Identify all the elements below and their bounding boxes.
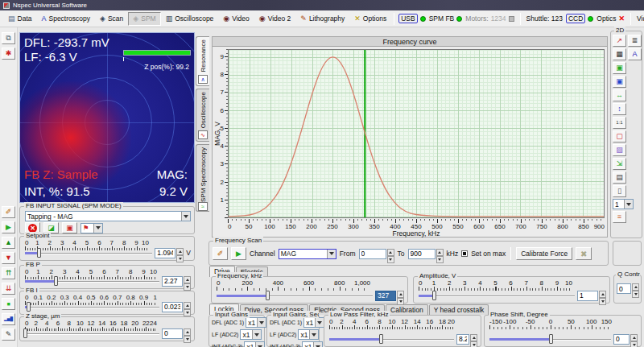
record-icon[interactable]: ■ xyxy=(2,298,15,310)
toolbar-button-spectroscopy[interactable]: ASpectroscopy xyxy=(36,12,95,26)
retract-icon[interactable]: ▼ xyxy=(2,252,15,264)
frequency-slider[interactable] xyxy=(217,291,373,300)
image-topo-icon[interactable]: ▣ xyxy=(613,62,626,74)
notes-icon[interactable]: ✎ xyxy=(2,328,15,341)
select-frame-icon[interactable]: ▢ xyxy=(613,130,626,143)
channel-dropdown[interactable]: MAG xyxy=(279,249,336,259)
fit-height-icon[interactable]: ↕ xyxy=(613,103,626,115)
setpoint-slider-thumb[interactable] xyxy=(37,248,41,258)
side-tab-resonance[interactable]: Resonance∧ xyxy=(196,36,209,86)
display-mode-dropdown[interactable]: ⚑ xyxy=(80,223,103,233)
histogram-icon[interactable]: ▂▅█ xyxy=(2,313,15,325)
phase-slider[interactable] xyxy=(489,334,611,344)
fast-approach-icon[interactable]: ⇈ xyxy=(2,267,15,279)
spin-up-icon[interactable] xyxy=(470,334,477,341)
chevron-down-icon[interactable] xyxy=(327,250,336,258)
snapshot-icon[interactable]: ▤ xyxy=(613,171,626,184)
spin-down-icon[interactable] xyxy=(184,309,191,316)
phase-slider-thumb[interactable] xyxy=(549,334,553,344)
display-icon[interactable]: ⧉ xyxy=(2,32,15,44)
amplitude-slider-thumb[interactable] xyxy=(432,291,436,300)
resonance-plot[interactable] xyxy=(228,49,605,218)
toolbar-button-video[interactable]: ◉Video xyxy=(218,12,254,26)
legend-icon[interactable]: ≣ xyxy=(628,35,642,47)
input-gain-dfl-dropdown[interactable]: x1 xyxy=(246,317,266,328)
one-to-one-icon[interactable]: 1:1 xyxy=(613,117,626,129)
to-spinner-value[interactable] xyxy=(408,249,436,259)
input-gain-2-int-dropdown[interactable]: x1 xyxy=(302,341,323,347)
tune-tool-button[interactable]: ✖ xyxy=(576,247,592,260)
zstage-slider-thumb[interactable] xyxy=(23,328,27,338)
font-icon[interactable]: A xyxy=(628,48,642,60)
scale-dropdown[interactable]: 1 xyxy=(613,199,634,209)
frequency-slider-thumb[interactable] xyxy=(266,291,270,300)
setpoint-slider[interactable] xyxy=(25,248,152,258)
image-nav-icon[interactable]: ▣ xyxy=(613,76,626,88)
from-spinner-value[interactable] xyxy=(359,249,386,259)
lowpass-value[interactable] xyxy=(456,334,469,345)
spin-down-icon[interactable] xyxy=(184,336,191,343)
amplitude-value[interactable] xyxy=(577,291,598,301)
zstage-slider[interactable] xyxy=(25,328,159,338)
fit-width-icon[interactable]: ↔ xyxy=(613,89,626,101)
chevron-down-icon[interactable] xyxy=(252,330,261,339)
zstage-value[interactable] xyxy=(162,328,183,339)
spin-down-icon[interactable] xyxy=(632,291,639,298)
spin-down-icon[interactable] xyxy=(184,283,191,291)
input-gain-2-lf-dropdown[interactable]: x1 xyxy=(298,329,319,340)
spin-up-icon[interactable] xyxy=(632,283,639,291)
phase-value[interactable] xyxy=(613,334,630,345)
chevron-down-icon[interactable] xyxy=(257,318,266,327)
tab-y-head-crosstalk[interactable]: Y head crosstalk xyxy=(429,304,489,315)
spin-down-icon[interactable] xyxy=(630,341,638,347)
select-region-icon[interactable]: ▨ xyxy=(613,144,626,156)
spin-up-icon[interactable] xyxy=(397,291,404,298)
side-tab-spm-spectroscopy[interactable]: SPM Spectroscopy≈ xyxy=(196,144,209,212)
amplitude-slider[interactable] xyxy=(419,291,575,300)
frequency-value[interactable] xyxy=(375,291,396,301)
spin-up-icon[interactable] xyxy=(387,249,394,256)
spin-up-icon[interactable] xyxy=(184,302,191,309)
palette-icon[interactable]: ≡ xyxy=(613,211,626,223)
fbp-slider-thumb[interactable] xyxy=(54,276,58,286)
spin-down-icon[interactable] xyxy=(387,256,394,263)
spin-down-icon[interactable] xyxy=(176,255,184,262)
lowpass-slider[interactable] xyxy=(329,334,454,344)
lowpass-slider-thumb[interactable] xyxy=(379,334,383,344)
fast-retract-icon[interactable]: ⇊ xyxy=(2,283,15,295)
fbi-slider[interactable] xyxy=(25,302,159,312)
profile-icon[interactable]: ▯ xyxy=(613,185,626,197)
toolbar-button-video-2[interactable]: ◉Video 2 xyxy=(254,12,296,26)
tab-calibration[interactable]: Calibration xyxy=(386,304,428,315)
spin-up-icon[interactable] xyxy=(184,276,191,283)
input-gain-int-dropdown[interactable]: x1 xyxy=(244,341,265,347)
export-image-icon[interactable]: ⇲ xyxy=(613,158,626,170)
spin-down-icon[interactable] xyxy=(470,341,477,347)
toolbar-button-options[interactable]: ✕Options xyxy=(349,12,391,26)
spin-up-icon[interactable] xyxy=(599,291,606,298)
set-on-max-checkbox[interactable] xyxy=(461,250,468,257)
spin-down-icon[interactable] xyxy=(436,256,444,263)
toolbar-button-oscilloscope[interactable]: ▥Oscilloscope xyxy=(161,12,219,26)
chevron-down-icon[interactable] xyxy=(181,212,190,221)
chevron-down-icon[interactable] xyxy=(313,342,322,347)
q-control-spinner-value[interactable] xyxy=(617,283,631,294)
fbp-value[interactable] xyxy=(162,276,183,287)
input-gain-2-dfl-dropdown[interactable]: x1 xyxy=(303,317,324,328)
capture-button[interactable]: ▣ xyxy=(62,222,77,233)
calibrate-force-button[interactable]: Calibrate Force xyxy=(516,247,572,260)
spin-down-icon[interactable] xyxy=(599,298,606,305)
grid-icon[interactable]: ▦ xyxy=(613,48,626,60)
chevron-down-icon[interactable] xyxy=(624,200,633,209)
scan-sweep-icon[interactable]: ✐ xyxy=(2,206,15,218)
fbp-slider[interactable] xyxy=(25,276,159,286)
fbi-slider-thumb[interactable] xyxy=(27,302,31,312)
toolbar-button-spm[interactable]: ◈SPM xyxy=(128,12,160,26)
chevron-down-icon[interactable] xyxy=(315,318,324,327)
setpoint-value[interactable] xyxy=(155,248,175,258)
side-tab-oscilloscope[interactable]: Oscilloscope∿ xyxy=(196,89,209,142)
toolbar-button-scan[interactable]: ◈Scan xyxy=(95,12,128,26)
run-icon[interactable]: ▶ xyxy=(2,221,15,233)
chevron-down-icon[interactable] xyxy=(255,342,264,347)
fbi-value[interactable] xyxy=(162,302,183,312)
